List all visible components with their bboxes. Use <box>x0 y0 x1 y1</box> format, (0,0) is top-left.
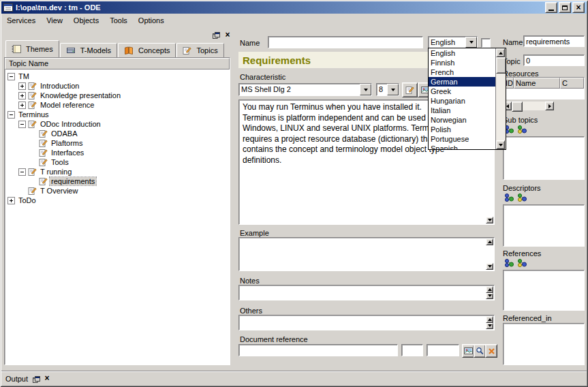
tree-item-interfaces[interactable]: Interfaces <box>5 148 230 157</box>
insert-reference-button[interactable] <box>504 258 515 268</box>
tab-topics[interactable]: Topics <box>176 43 223 57</box>
tree-item-t-overview[interactable]: T Overview <box>5 186 230 196</box>
scroll-down-icon[interactable] <box>486 263 493 270</box>
tree-item-introduction[interactable]: Introduction <box>5 81 230 91</box>
delete-icon <box>488 347 495 355</box>
tree-item-plaftorms[interactable]: Plaftorms <box>5 138 230 148</box>
tree-item-tm[interactable]: TM <box>5 72 230 81</box>
title-bar[interactable]: I:\opa\tm.dev : tm - ODE <box>1 1 587 14</box>
scroll-down-icon[interactable] <box>486 323 493 330</box>
scroll-up-icon[interactable] <box>496 48 505 57</box>
language-option-hungarian[interactable]: Hungarian <box>429 96 495 106</box>
language-option-spanish[interactable]: Spanish <box>429 144 495 149</box>
tree-item-todo[interactable]: ToDo <box>5 196 230 205</box>
name-input[interactable] <box>268 36 423 48</box>
float-panel-icon[interactable] <box>211 31 221 40</box>
language-option-french[interactable]: French <box>429 67 495 77</box>
minimize-button[interactable] <box>545 2 557 13</box>
descriptors-list[interactable] <box>503 204 585 247</box>
maximize-button[interactable] <box>559 2 571 13</box>
expand-icon[interactable] <box>18 92 26 99</box>
notes-field[interactable] <box>238 285 495 300</box>
scroll-up-icon[interactable] <box>486 238 493 245</box>
scroll-down-icon[interactable] <box>496 140 505 149</box>
language-checkbox[interactable] <box>481 38 491 48</box>
assign-sub-topic-button[interactable] <box>516 124 528 135</box>
scroll-right-icon[interactable] <box>545 102 554 110</box>
language-option-italian[interactable]: Italian <box>429 106 495 115</box>
topic-name-column-header[interactable]: Topic Name <box>5 58 230 69</box>
language-select[interactable]: English <box>428 36 478 48</box>
expand-icon[interactable] <box>18 102 26 109</box>
document-reference-pos-input[interactable] <box>427 344 459 356</box>
collapse-icon[interactable] <box>7 111 15 119</box>
expand-icon[interactable] <box>18 82 26 90</box>
tab-themes[interactable]: Themes <box>5 40 59 57</box>
collapse-icon[interactable] <box>7 73 15 80</box>
topic-number-input[interactable] <box>523 55 585 66</box>
chevron-down-icon[interactable] <box>360 84 371 95</box>
language-option-english[interactable]: English <box>429 48 495 58</box>
referenced-in-list[interactable] <box>503 323 585 365</box>
pencil-icon <box>405 86 414 95</box>
tab-t-models[interactable]: T-Models <box>60 43 117 57</box>
edit-text-button[interactable] <box>402 82 418 97</box>
language-option-german[interactable]: German <box>429 77 495 87</box>
scroll-up-icon[interactable] <box>486 286 493 293</box>
assign-descriptor-button[interactable] <box>516 192 528 203</box>
menu-item-view[interactable]: View <box>41 14 68 27</box>
language-option-greek[interactable]: Greek <box>429 87 495 96</box>
tree-item-terminus[interactable]: Terminus <box>5 110 230 119</box>
tree-item-odoc-introduction[interactable]: ODoc Introduction <box>5 119 230 129</box>
language-option-norwegian[interactable]: Norwegian <box>429 115 495 125</box>
topic-name-input[interactable] <box>523 35 585 47</box>
collapse-icon[interactable] <box>18 168 26 176</box>
collapse-icon[interactable] <box>18 121 26 128</box>
assign-reference-button[interactable] <box>516 258 528 268</box>
expand-icon[interactable] <box>7 197 15 204</box>
menu-item-tools[interactable]: Tools <box>104 14 133 27</box>
menu-item-services[interactable]: Services <box>1 14 41 27</box>
tree-item-model-reference[interactable]: Model reference <box>5 100 230 110</box>
remove-document-button[interactable] <box>485 344 497 358</box>
tree-item-requirements[interactable]: requirements <box>5 176 230 186</box>
insert-descriptor-button[interactable] <box>504 192 515 203</box>
language-option-finnish[interactable]: Finnish <box>429 58 495 67</box>
scroll-up-icon[interactable] <box>486 316 493 323</box>
search-document-button[interactable] <box>474 344 486 358</box>
menu-item-objects[interactable]: Objects <box>68 14 104 27</box>
open-document-button[interactable] <box>462 344 474 358</box>
scrollbar-thumb[interactable] <box>512 102 523 112</box>
chevron-down-icon[interactable] <box>387 84 399 95</box>
scroll-down-icon[interactable] <box>486 293 493 300</box>
chevron-down-icon[interactable] <box>465 37 477 48</box>
tree-item-tools[interactable]: Tools <box>5 157 230 167</box>
dropdown-scrollbar[interactable] <box>495 48 506 149</box>
font-select[interactable]: MS Shell Dlg 2 <box>238 83 372 96</box>
resources-table[interactable]: ID Name C <box>503 77 585 99</box>
close-button[interactable] <box>572 2 585 13</box>
tree-item-odaba[interactable]: ODABA <box>5 129 230 138</box>
font-size-select[interactable]: 8 <box>376 83 399 96</box>
scroll-down-icon[interactable] <box>486 217 493 223</box>
column-header-name[interactable]: Name <box>514 78 560 89</box>
example-textarea[interactable] <box>238 237 495 271</box>
tree-item-knowledge-presentation[interactable]: Knowledge presentation <box>5 91 230 100</box>
column-header-c[interactable]: C <box>560 78 584 89</box>
sub-topics-list[interactable] <box>503 136 585 180</box>
others-field[interactable] <box>238 315 495 330</box>
close-panel-icon[interactable] <box>42 373 52 382</box>
language-option-portuguese[interactable]: Portuguese <box>429 134 495 144</box>
document-reference-page-input[interactable] <box>401 344 423 356</box>
references-list[interactable] <box>503 270 585 311</box>
float-panel-icon[interactable] <box>31 375 41 384</box>
topic-icon <box>28 168 37 176</box>
close-panel-icon[interactable] <box>223 30 232 39</box>
tree-item-t-running[interactable]: T running <box>5 167 230 176</box>
resources-hscrollbar[interactable] <box>503 102 554 110</box>
tab-concepts[interactable]: Concepts <box>118 43 176 57</box>
language-option-polish[interactable]: Polish <box>429 125 495 134</box>
document-reference-input[interactable] <box>238 344 398 356</box>
scrollbar-thumb[interactable] <box>496 57 506 74</box>
menu-item-options[interactable]: Options <box>133 14 170 27</box>
